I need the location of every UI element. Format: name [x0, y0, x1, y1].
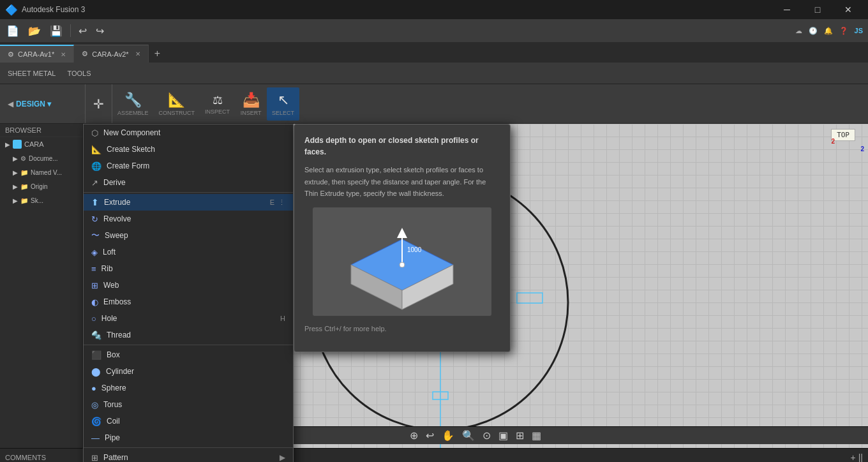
undo-icon: ↩ — [79, 25, 87, 37]
collapse-panel-button[interactable]: || — [858, 452, 863, 463]
torus-icon: ◎ — [91, 400, 98, 410]
minimize-button[interactable]: ─ — [772, 0, 802, 19]
hole-icon: ○ — [91, 314, 96, 324]
menu-coil[interactable]: 🌀 Coil — [84, 413, 293, 429]
web-icon: ⊞ — [91, 281, 98, 290]
assemble-group-btn[interactable]: 🔧 ASSEMBLE — [112, 87, 154, 121]
tab-cara-av1[interactable]: ⚙ CARA-Av1* ✕ — [0, 45, 74, 63]
add-comment-button[interactable]: + — [851, 452, 856, 463]
menu-rib[interactable]: ≡ Rib — [84, 260, 293, 277]
browser-tree: ▶ CARA ▶ ⚙ Docume... ▶ 📁 Named V... ▶ 📁 … — [0, 137, 82, 448]
grid-button[interactable]: ▣ — [496, 428, 511, 443]
tab-cara-av2[interactable]: ⚙ CARA-Av2* ✕ — [74, 45, 148, 63]
select-icon: ↖ — [278, 92, 289, 108]
display-mode-button[interactable]: ⊞ — [513, 428, 527, 443]
new-button[interactable]: 📄 — [3, 22, 23, 40]
construct-group-btn[interactable]: 📐 CONSTRUCT — [154, 87, 200, 121]
orbit-button[interactable]: ↩ — [423, 428, 437, 443]
emboss-icon: ◐ — [91, 297, 98, 307]
loft-icon: ◈ — [91, 248, 98, 257]
menu-thread[interactable]: 🔩 Thread — [84, 327, 293, 343]
coil-icon: 🌀 — [91, 417, 101, 426]
home-view-button[interactable]: ⊕ — [407, 428, 421, 443]
main-toolbar: ◀ DESIGN ▾ ✛ 🔧 ASSEMBLE 📐 CONSTRUCT ⚖ IN… — [0, 84, 868, 124]
menu-cylinder[interactable]: ⬤ Cylinder — [84, 363, 293, 380]
environment-button[interactable]: ▦ — [529, 428, 544, 443]
box-icon: ⬛ — [91, 350, 101, 360]
tooltip-popup: Adds depth to open or closed sketch prof… — [294, 124, 511, 352]
main-content: BROWSER ▶ CARA ▶ ⚙ Docume... ▶ 📁 Named V… — [0, 124, 868, 448]
inspect-group-btn[interactable]: ⚖ INSPECT — [200, 87, 235, 121]
menu-sweep[interactable]: 〜 Sweep — [84, 227, 293, 244]
pan-button[interactable]: ✋ — [439, 428, 457, 443]
create-sketch-icon: 📐 — [91, 145, 101, 154]
menu-revolve[interactable]: ↻ Revolve — [84, 211, 293, 227]
menu-extrude[interactable]: ⬆ Extrude E ⋮ — [84, 194, 293, 211]
tab-close-2[interactable]: ✕ — [135, 50, 140, 57]
revolve-icon: ↻ — [91, 214, 98, 224]
pattern-icon: ⊞ — [91, 453, 98, 463]
menu-torus[interactable]: ◎ Torus — [84, 396, 293, 413]
menu-create-form[interactable]: 🌐 Create Form — [84, 158, 293, 174]
menu-derive[interactable]: ↗ Derive — [84, 174, 293, 191]
redo-button[interactable]: ↪ — [92, 22, 108, 40]
open-button[interactable]: 📂 — [24, 22, 45, 40]
thread-icon: 🔩 — [91, 331, 101, 340]
menu-new-component[interactable]: ⬡ New Component — [84, 124, 293, 141]
menu-loft[interactable]: ◈ Loft — [84, 244, 293, 260]
menu-sphere[interactable]: ● Sphere — [84, 380, 293, 396]
tree-item-cara[interactable]: ▶ CARA — [0, 137, 82, 151]
cloud-icon: ☁ — [795, 27, 802, 35]
insert-group-btn[interactable]: 📥 INSERT — [235, 87, 267, 121]
cylinder-icon: ⬤ — [91, 367, 101, 376]
tab-icon-2: ⚙ — [82, 50, 88, 58]
sheet-metal-btn[interactable]: SHEET METAL — [3, 64, 61, 82]
tools-btn[interactable]: TOOLS — [62, 64, 96, 82]
extrude-more-icon: ⋮ — [278, 198, 285, 207]
tree-item-origin[interactable]: ▶ 📁 Origin — [0, 179, 82, 193]
save-button[interactable]: 💾 — [46, 22, 66, 40]
inspect-icon: ⚖ — [213, 93, 223, 107]
undo-button[interactable]: ↩ — [75, 22, 91, 40]
user-avatar: JS — [855, 27, 863, 34]
menu-web[interactable]: ⊞ Web — [84, 277, 293, 294]
menu-pipe[interactable]: — Pipe — [84, 429, 293, 446]
menu-emboss[interactable]: ◐ Emboss — [84, 294, 293, 310]
tab-close-1[interactable]: ✕ — [61, 51, 66, 58]
design-dropdown[interactable]: DESIGN ▾ — [16, 100, 51, 108]
save-icon: 💾 — [50, 25, 63, 37]
menu-box[interactable]: ⬛ Box — [84, 346, 293, 363]
close-button[interactable]: ✕ — [834, 0, 863, 19]
title-bar: 🔷 Autodesk Fusion 3 ─ □ ✕ — [0, 0, 868, 19]
browser-header: BROWSER — [0, 124, 82, 137]
open-icon: 📂 — [28, 25, 41, 37]
tab-bar: ⚙ CARA-Av1* ✕ ⚙ CARA-Av2* ✕ + — [0, 42, 868, 63]
insert-icon: 📥 — [243, 92, 260, 108]
menu-pattern[interactable]: ⊞ Pattern ▶ — [84, 449, 293, 462]
select-group-btn[interactable]: ↖ SELECT — [267, 87, 299, 121]
menu-create-sketch[interactable]: 📐 Create Sketch — [84, 141, 293, 158]
fit-view-button[interactable]: ⊙ — [480, 428, 493, 443]
sweep-icon: 〜 — [91, 230, 100, 241]
sec-toolbar: SHEET METAL TOOLS — [0, 63, 868, 84]
tooltip-illustration: 1000 — [313, 207, 491, 316]
dropdown-menu: ⬡ New Component 📐 Create Sketch 🌐 Create… — [83, 124, 294, 462]
move-icon[interactable]: ✛ — [93, 96, 104, 112]
tooltip-body: Select an extrusion type, select sketch … — [304, 164, 500, 200]
tab-add-button[interactable]: + — [149, 45, 167, 63]
sidebar: BROWSER ▶ CARA ▶ ⚙ Docume... ▶ 📁 Named V… — [0, 124, 83, 448]
tree-item-named-views[interactable]: ▶ 📁 Named V... — [0, 165, 82, 179]
tooltip-title: Adds depth to open or closed sketch prof… — [304, 135, 500, 158]
tree-item-documents[interactable]: ▶ ⚙ Docume... — [0, 151, 82, 165]
tree-item-sketches[interactable]: ▶ 📁 Sk... — [0, 193, 82, 207]
help-icon: ❓ — [839, 27, 848, 35]
assemble-icon: 🔧 — [124, 92, 142, 108]
redo-icon: ↪ — [96, 25, 104, 37]
tooltip-help: Press Ctrl+/ for more help. — [304, 324, 500, 335]
maximize-button[interactable]: □ — [803, 0, 832, 19]
menu-hole[interactable]: ○ Hole H — [84, 310, 293, 327]
new-icon: 📄 — [6, 25, 19, 37]
app-logo: 🔷 — [5, 4, 18, 16]
zoom-button[interactable]: 🔍 — [460, 428, 477, 443]
create-form-icon: 🌐 — [91, 161, 101, 171]
